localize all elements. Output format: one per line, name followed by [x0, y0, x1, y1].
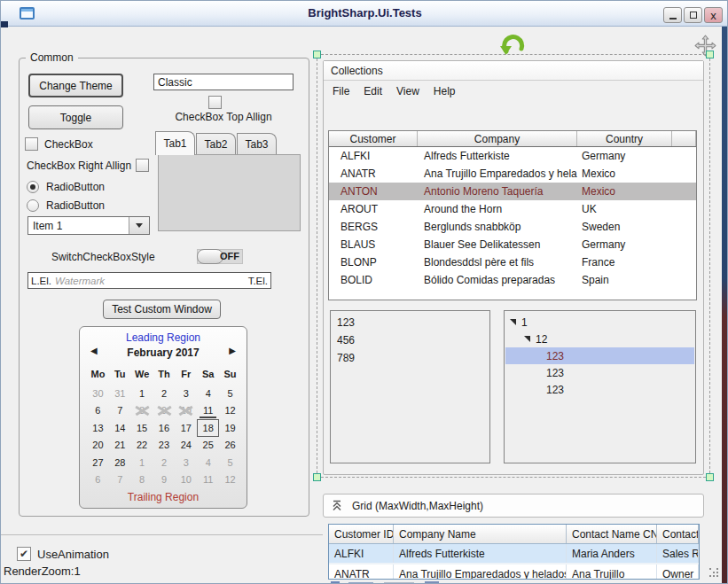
calendar-day[interactable]: 12: [219, 471, 241, 489]
calendar-day[interactable]: 5: [219, 454, 241, 471]
column-header[interactable]: Customer ID: [329, 525, 394, 543]
table-row[interactable]: ALFKIAlfreds FutterkisteMaria AndersSale…: [329, 544, 699, 565]
calendar-day[interactable]: 11: [197, 402, 219, 420]
menu-item-view[interactable]: View: [396, 85, 419, 97]
watermark-textbox[interactable]: L.El. Watermark T.El.: [27, 272, 271, 289]
table-cell[interactable]: Antonio Moreno Taquería: [418, 183, 577, 200]
calendar-day[interactable]: 6: [87, 402, 109, 420]
table-cell[interactable]: BERGS: [329, 218, 418, 236]
calendar-day[interactable]: 7: [109, 402, 131, 420]
calendar-day[interactable]: 12: [219, 402, 241, 420]
combobox[interactable]: Item 1: [27, 216, 150, 235]
menu-item-file[interactable]: File: [333, 85, 349, 97]
calendar-day[interactable]: 16: [153, 419, 176, 437]
calendar-day[interactable]: 3: [175, 454, 197, 471]
tree-expander-icon[interactable]: [524, 336, 530, 342]
tree-node-child[interactable]: 12: [505, 331, 695, 347]
minimize-button[interactable]: [663, 7, 682, 23]
table-cell[interactable]: BLONP: [329, 253, 418, 271]
table-cell[interactable]: Blauer See Delikatessen: [418, 236, 577, 253]
list-item[interactable]: 789: [331, 349, 489, 367]
table-cell[interactable]: Mexico: [577, 183, 672, 200]
calendar-day[interactable]: 17: [175, 419, 197, 437]
table-cell[interactable]: Mexico: [577, 165, 672, 183]
theme-input[interactable]: Classic: [153, 74, 294, 90]
checkbox-plain[interactable]: [25, 137, 38, 151]
calendar-day[interactable]: 26: [219, 437, 241, 455]
table-cell[interactable]: Alfreds Futterkiste: [394, 544, 567, 563]
calendar-day[interactable]: 31: [109, 385, 131, 402]
calendar-month-title[interactable]: February 2017: [80, 347, 247, 359]
adorner-handle-bottom-left[interactable]: [313, 473, 321, 481]
table-cell[interactable]: AROUT: [329, 200, 418, 218]
table-cell[interactable]: Berglunds snabbköp: [418, 218, 577, 236]
calendar-day[interactable]: 28: [109, 454, 131, 471]
column-header[interactable]: Country: [577, 131, 672, 146]
calendar-day[interactable]: 18: [197, 419, 219, 437]
close-button[interactable]: x: [704, 7, 723, 23]
calendar-day[interactable]: 27: [87, 454, 109, 471]
table-cell[interactable]: Owner: [657, 565, 699, 580]
table-row[interactable]: BERGSBerglunds snabbköpSweden: [329, 218, 696, 236]
calendar-day[interactable]: 24: [175, 437, 197, 455]
tree-leaf-item[interactable]: 123: [505, 347, 694, 364]
calendar-day[interactable]: 9: [153, 402, 176, 420]
combobox-dropdown-button[interactable]: [129, 217, 149, 234]
calendar-day[interactable]: 4: [197, 385, 219, 402]
table-cell[interactable]: France: [577, 253, 672, 271]
table-cell[interactable]: BOLID: [329, 271, 418, 289]
column-header[interactable]: Contact: [657, 525, 699, 543]
toggle-button[interactable]: Toggle: [28, 105, 123, 129]
tree-leaf-item[interactable]: 123: [505, 364, 694, 381]
calendar-day[interactable]: 1: [131, 385, 153, 402]
table-cell[interactable]: ANATR: [329, 165, 418, 183]
use-animation-checkbox[interactable]: ✔: [17, 547, 31, 561]
tree-node-root[interactable]: 1: [505, 314, 695, 331]
calendar-day[interactable]: 8: [131, 471, 153, 489]
tab-3[interactable]: Tab3: [237, 133, 277, 155]
calendar-day[interactable]: 8: [131, 402, 153, 420]
table-row[interactable]: ANATRAna Trujillo Emparedados y helaMexi…: [329, 165, 696, 183]
table-row[interactable]: BLONPBlondesddsl père et filsFrance: [329, 253, 696, 271]
tree-expander-icon[interactable]: [510, 319, 516, 325]
menu-item-edit[interactable]: Edit: [364, 85, 382, 97]
table-row[interactable]: BOLIDBólido Comidas preparadasSpain: [329, 271, 696, 289]
radio-button-1[interactable]: [27, 181, 39, 193]
column-header[interactable]: Company: [418, 131, 577, 146]
calendar-next-icon[interactable]: ▶: [229, 346, 236, 355]
calendar-day[interactable]: 25: [197, 437, 219, 455]
calendar-day[interactable]: 2: [153, 385, 176, 402]
table-cell[interactable]: Germany: [577, 236, 672, 253]
menu-item-help[interactable]: Help: [434, 85, 456, 97]
table-cell[interactable]: Sales Re: [657, 544, 699, 563]
table-cell[interactable]: Ana Trujillo: [567, 565, 657, 580]
calendar-day[interactable]: 7: [109, 471, 131, 489]
calendar-day[interactable]: 10: [175, 471, 197, 489]
adorner-handle-top-left[interactable]: [313, 51, 321, 58]
table-cell[interactable]: Ana Trujillo Emparedados y hela: [418, 165, 577, 183]
adorner-handle-bottom-right[interactable]: [706, 473, 714, 481]
calendar-day[interactable]: 13: [87, 419, 109, 437]
list-item[interactable]: 456: [331, 331, 489, 349]
table-cell[interactable]: BLAUS: [329, 236, 418, 253]
calendar-day[interactable]: 4: [197, 454, 219, 471]
table-cell[interactable]: ANATR: [329, 565, 394, 580]
calendar-day[interactable]: 1: [131, 454, 153, 471]
table-row[interactable]: ANTONAntonio Moreno TaqueríaMexico: [329, 183, 696, 200]
table-cell[interactable]: Sweden: [577, 218, 672, 236]
table-cell[interactable]: Alfreds Futterkiste: [418, 147, 577, 165]
calendar-day[interactable]: 30: [87, 385, 109, 402]
switch-checkbox[interactable]: OFF: [197, 249, 243, 264]
table-cell[interactable]: Around the Horn: [418, 200, 577, 218]
calendar-day[interactable]: 5: [219, 385, 241, 402]
calendar-day[interactable]: 9: [153, 471, 176, 489]
checkbox-top-align[interactable]: [208, 96, 222, 109]
tree-leaf-item[interactable]: 123: [505, 381, 694, 398]
table-cell[interactable]: Maria Anders: [567, 544, 657, 563]
calendar-day[interactable]: 15: [131, 419, 153, 437]
resize-grip-icon[interactable]: [709, 568, 720, 579]
calendar-day[interactable]: 10: [175, 402, 197, 420]
table-row[interactable]: AROUTAround the HornUK: [329, 200, 696, 218]
refresh-icon[interactable]: [497, 32, 529, 57]
test-custom-window-button[interactable]: Test Custom Window: [103, 300, 221, 319]
